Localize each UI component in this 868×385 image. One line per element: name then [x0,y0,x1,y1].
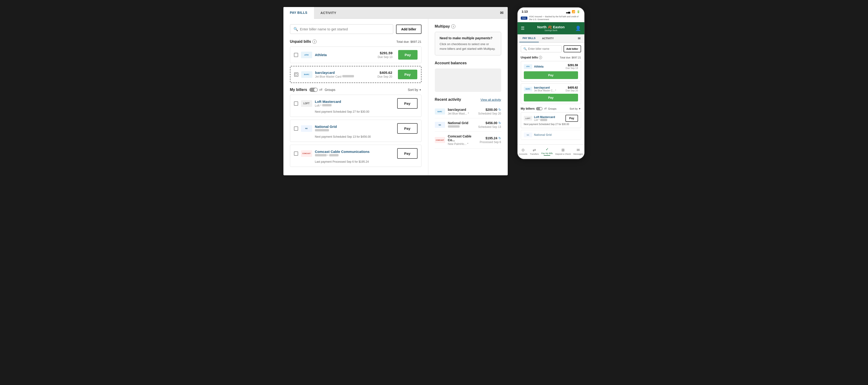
mobile-loft-pay-button[interactable]: Pay [565,115,578,122]
mobile-add-biller-button[interactable]: Add biller [563,46,581,52]
add-biller-button[interactable]: Add biller [396,25,422,34]
activity-comcast-name: Comcast Cable Co... [448,135,477,142]
groups-toggle[interactable] [309,88,318,92]
unpaid-bills-info-icon[interactable]: i [312,39,317,44]
mobile-search-input[interactable] [528,47,559,51]
barclaycard-due: Due Sep 20 [377,75,392,78]
biller-loft: LOFT Loft Mastercard Loft * Pay Next pay… [290,95,422,117]
mobile-ng-name: National Grid [534,133,578,137]
athleta-checkbox[interactable] [294,53,298,57]
activity-national-grid-status: Scheduled Sep 13 [478,125,501,128]
search-box[interactable]: 🔍 [290,24,393,34]
comcast-logo: COMCAST [301,150,312,157]
athleta-due: Due Sep 13 [378,55,392,59]
activity-comcast-amount: $195.24 [486,136,497,140]
ng-refresh-icon[interactable]: ↻ [498,121,501,125]
refresh-icon[interactable]: ↻ [498,108,501,112]
national-grid-scheduled: Next payment Scheduled Sep 13 for $456.0… [315,135,417,138]
loft-logo: LOFT [301,100,312,107]
my-billers-title: My billers [290,88,307,92]
mobile-barclaycard-info: barclaycard Jet Blue Master C... * [534,86,556,92]
barclaycard-name: barclaycard [315,70,375,75]
national-grid-checkbox[interactable] [294,126,298,131]
mobile-tab-activity[interactable]: ACTIVITY [539,35,557,42]
fdic-logo: FDIC [521,17,528,20]
mail-icon[interactable]: ✉ [496,7,508,18]
mobile-status-bar: 1:13 ▂▄ 📶 🔋 [518,7,584,14]
mobile-biller-loft: LOFT Loft Mastercard Loft * Pay Next pay… [521,112,581,128]
mobile-barclaycard-amount-col: $405.62 Due Sep 20 [566,86,578,92]
groups-toggle-off-label: off [319,88,322,91]
fdic-bar: FDIC FDIC-Insured — Backed by the full f… [518,14,584,22]
barclaycard-checkbox[interactable]: ☐ [294,72,298,77]
barclaycard-logo: BARC [301,71,312,78]
right-column: Multipay i Need to make multiple payment… [428,19,508,175]
nav-messages[interactable]: ✉ Messages [574,148,583,155]
athleta-pay-button[interactable]: Pay [398,50,417,60]
mobile-athleta-pay-button[interactable]: Pay [524,71,578,79]
fdic-text: FDIC-Insured — Backed by the full faith … [529,16,581,21]
loft-checkbox[interactable] [294,101,298,106]
nav-deposit[interactable]: ⊞ Deposit a Check [555,148,571,155]
national-grid-info: National Grid [315,125,394,132]
mobile-barclaycard-sub: Jet Blue Master C... * [534,89,556,92]
tab-activity[interactable]: ACTIVITY [314,7,343,19]
national-grid-pay-button[interactable]: Pay [397,123,417,134]
accounts-label: Accounts [519,153,527,155]
mobile-groups-label: Groups [548,107,556,110]
hamburger-icon[interactable]: ☰ [521,26,525,31]
activity-national-grid-amount-col: $456.00 ↻ Scheduled Sep 13 [478,121,501,128]
left-column: 🔍 Add biller Unpaid bills i Total due: $… [283,19,428,175]
tab-pay-bills[interactable]: PAY BILLS [283,7,314,19]
nav-active-underline [544,155,550,156]
groups-label: Groups [324,88,335,92]
mobile-barclaycard-pay-button[interactable]: Pay [524,94,578,101]
mobile-barclaycard-due: Due Sep 20 [566,89,578,92]
activity-national-grid-sub [448,125,475,128]
view-all-activity-link[interactable]: View all activity [480,98,501,101]
accounts-icon: ⊙ [522,148,525,152]
mobile-chevron-down-icon: ▼ [579,107,581,110]
mobile-athleta-left: ATH Athleta [524,64,544,69]
national-grid-name: National Grid [315,125,394,128]
athleta-name: Athleta [315,53,375,57]
mobile-groups-toggle[interactable] [536,107,542,110]
billers-left: My billers off Groups [290,88,336,92]
nav-transfers[interactable]: ⇄ Transfers [530,148,539,155]
comcast-pay-button[interactable]: Pay [397,148,417,159]
mobile-tab-pay-bills[interactable]: PAY BILLS [519,34,539,42]
nav-pay-my-bills[interactable]: ✓ Pay My Bills [541,147,553,156]
mobile-barclaycard-logo: BARC [524,87,532,91]
mobile-unpaid-info-icon[interactable]: i [539,56,542,59]
activity-comcast-sub: New PalmHo... * [448,142,477,146]
messages-label: Messages [574,153,583,155]
user-icon[interactable]: 👤 [575,26,581,31]
mobile-search-box[interactable]: 🔍 [521,46,562,52]
sort-by-dropdown[interactable]: Sort by ▼ [408,88,421,92]
search-input[interactable] [300,27,390,31]
bill-item-barclaycard: ☐ BARC barclaycard Jet Blue Master Card … [290,66,422,83]
search-row: 🔍 Add biller [290,24,422,34]
barclaycard-amount: $405.62 [377,70,392,75]
barclaycard-pay-button[interactable]: Pay [398,70,417,79]
mobile-mail-icon[interactable]: ✉ [576,35,583,42]
multipay-title: Multipay i [435,24,501,29]
my-billers-header: My billers off Groups Sort by ▼ [290,88,422,92]
multipay-info-icon[interactable]: i [451,24,455,29]
loft-pay-button[interactable]: Pay [397,98,417,109]
athleta-amount: $291.59 [378,51,392,55]
athleta-amount-col: $291.59 Due Sep 13 [378,51,392,59]
nav-accounts[interactable]: ⊙ Accounts [519,148,527,155]
mobile-sort-by[interactable]: Sort by ▼ [570,107,581,110]
multipay-box: Need to make multiple payments? Click on… [435,32,501,55]
mobile-loft-info: Loft Mastercard Loft * [534,116,564,121]
transfers-label: Transfers [530,153,539,155]
total-due: Total due: $697.21 [397,40,422,43]
activity-barclaycard-logo: BARC [435,109,445,115]
comcast-refresh-icon[interactable]: ↻ [498,136,501,140]
messages-icon: ✉ [577,148,580,152]
mobile-billers-title: My billers [521,107,535,110]
comcast-checkbox[interactable] [294,151,298,156]
mobile-athleta-name: Athleta [534,65,544,68]
biller-comcast: COMCAST Comcast Cable Communications * P… [290,145,422,167]
